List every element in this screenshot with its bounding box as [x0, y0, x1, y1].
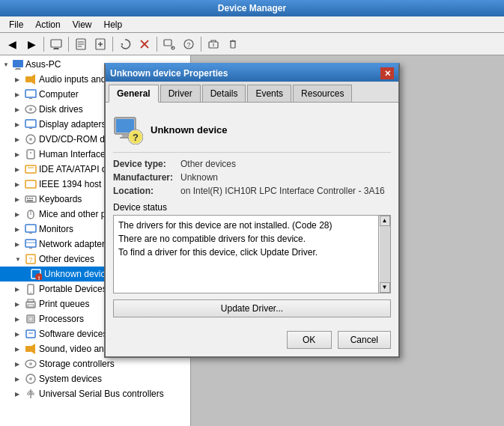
toolbar-delete[interactable]	[224, 35, 242, 53]
manufacturer-value: Unknown	[180, 172, 391, 183]
toolbar-new[interactable]	[91, 35, 109, 53]
toolbar-sep-1	[43, 37, 44, 52]
properties-dialog: Unknown device Properties ✕ General Driv…	[104, 63, 400, 358]
toolbar: ◀ ▶ ?	[0, 33, 504, 55]
toolbar-properties[interactable]	[72, 35, 90, 53]
toolbar-sep-4	[157, 37, 157, 52]
dialog-title-bar: Unknown device Properties ✕	[106, 65, 398, 82]
dialog-title: Unknown device Properties	[110, 68, 228, 79]
toolbar-computer[interactable]	[47, 35, 65, 53]
location-value: on Intel(R) ICH10R LPC Interface Control…	[180, 186, 391, 196]
dialog-buttons: OK Cancel	[106, 325, 398, 356]
scrollbar-track	[380, 226, 390, 282]
tab-driver[interactable]: Driver	[160, 85, 201, 102]
svg-text:?: ?	[133, 132, 139, 143]
tab-resources[interactable]: Resources	[293, 85, 352, 102]
menu-bar: File Action View Help	[0, 16, 504, 33]
svg-marker-10	[121, 43, 123, 46]
location-label: Location:	[113, 186, 180, 196]
dialog-content: ? Unknown device Device type: Other devi…	[106, 103, 398, 325]
dialog-close-button[interactable]: ✕	[380, 67, 394, 79]
dialog-tabs: General Driver Details Events Resources	[106, 82, 398, 103]
scrollbar-up-btn[interactable]: ▲	[380, 216, 390, 226]
svg-rect-20	[231, 41, 235, 48]
ok-button[interactable]: OK	[287, 331, 332, 349]
device-type-value: Other devices	[180, 159, 391, 169]
cancel-button[interactable]: Cancel	[338, 331, 391, 349]
main-area: ▼ Asus-PC ▶ Audio inputs and outputs ▶ C…	[0, 55, 504, 426]
toolbar-scan[interactable]	[160, 35, 178, 53]
svg-line-15	[172, 46, 174, 48]
svg-rect-13	[164, 40, 171, 46]
toolbar-sep-5	[201, 37, 201, 52]
toolbar-sep-3	[112, 37, 113, 52]
device-type-label: Device type:	[113, 159, 180, 169]
device-header: ? Unknown device	[113, 110, 391, 153]
title-bar: Device Manager	[0, 0, 504, 16]
svg-rect-0	[51, 40, 61, 47]
toolbar-refresh[interactable]	[116, 35, 134, 53]
device-type-row: Device type: Other devices	[113, 159, 391, 169]
toolbar-help[interactable]: ?	[180, 35, 198, 53]
device-status-label: Device status	[113, 202, 391, 213]
status-scrollbar[interactable]: ▲ ▼	[378, 216, 390, 293]
status-line-3: There are no compatible drivers for this…	[118, 232, 386, 246]
svg-text:?: ?	[186, 41, 190, 49]
manufacturer-row: Manufacturer: Unknown	[113, 172, 391, 183]
status-line-1: The drivers for this device are not inst…	[118, 219, 386, 232]
toolbar-forward[interactable]: ▶	[22, 35, 40, 53]
manufacturer-label: Manufacturer:	[113, 172, 180, 183]
tab-details[interactable]: Details	[202, 85, 246, 102]
device-status-section: Device status The drivers for this devic…	[113, 202, 391, 317]
toolbar-sep-2	[68, 37, 69, 52]
menu-view[interactable]: View	[67, 18, 98, 31]
tab-events[interactable]: Events	[247, 85, 291, 102]
app-title: Device Manager	[218, 3, 286, 13]
device-status-box[interactable]: The drivers for this device are not inst…	[113, 215, 391, 293]
device-name: Unknown device	[151, 124, 228, 136]
dialog-overlay: Unknown device Properties ✕ General Driv…	[0, 55, 504, 426]
svg-rect-2	[53, 49, 59, 49]
toolbar-back[interactable]: ◀	[3, 35, 21, 53]
tab-general[interactable]: General	[109, 85, 159, 103]
scrollbar-down-btn[interactable]: ▼	[380, 282, 390, 293]
menu-action[interactable]: Action	[29, 18, 66, 31]
toolbar-cancel[interactable]	[136, 35, 154, 53]
svg-rect-80	[122, 135, 128, 137]
svg-rect-1	[54, 48, 58, 49]
menu-help[interactable]: Help	[98, 18, 129, 31]
menu-file[interactable]: File	[3, 18, 29, 31]
status-line-5: To find a driver for this device, click …	[118, 246, 386, 259]
location-row: Location: on Intel(R) ICH10R LPC Interfa…	[113, 186, 391, 196]
update-driver-button[interactable]: Update Driver...	[113, 299, 391, 317]
toolbar-driver[interactable]	[204, 35, 222, 53]
device-big-icon: ?	[113, 115, 143, 144]
